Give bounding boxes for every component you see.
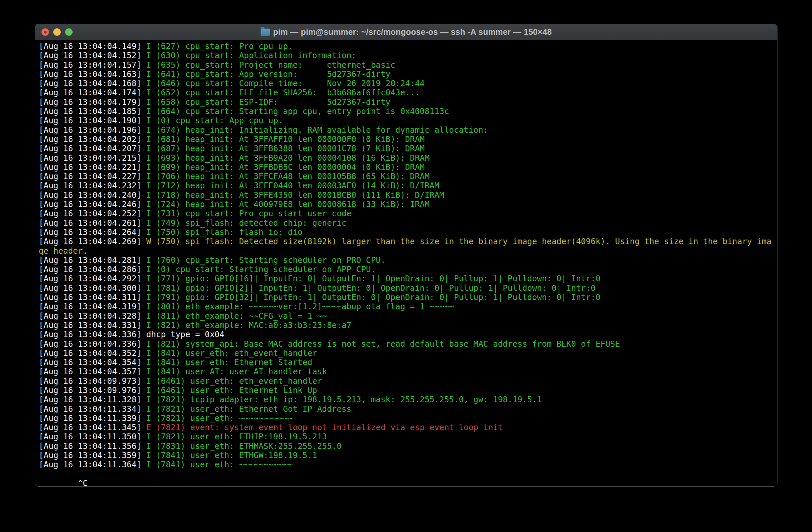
log-line: [Aug 16 13:04:04.202] I (681) heap_init:… (39, 135, 774, 144)
log-line: [Aug 16 13:04:04.336] dhcp_type = 0x04 (39, 330, 774, 339)
log-line: [Aug 16 13:04:04.168] I (646) cpu_start:… (39, 79, 774, 88)
interrupt-text: ^C (78, 478, 88, 487)
log-line: [Aug 16 13:04:04.190] I (0) cpu_start: A… (39, 116, 774, 125)
log-output: [Aug 16 13:04:04.149] I (627) cpu_start:… (39, 42, 777, 470)
log-line: [Aug 16 13:04:04.292] I (771) gpio: GPIO… (39, 274, 774, 283)
log-line: [Aug 16 13:04:04.281] I (760) cpu_start:… (39, 256, 774, 265)
log-line: [Aug 16 13:04:04.300] I (781) gpio: GPIO… (39, 284, 774, 293)
interrupt-line: ^C (39, 470, 774, 487)
log-line: [Aug 16 13:04:04.157] I (635) cpu_start:… (39, 60, 774, 70)
window-title: pim — pim@summer: ~/src/mongoose-os — ss… (261, 27, 552, 37)
log-line: [Aug 16 13:04:04.232] I (712) heap_init:… (39, 181, 774, 190)
log-line: [Aug 16 13:04:04.357] I (841) user_AT: u… (39, 367, 774, 376)
log-line: [Aug 16 13:04:04.240] I (718) heap_init:… (39, 191, 774, 200)
log-line: [Aug 16 13:04:04.328] I (811) eth_exampl… (39, 312, 774, 321)
log-line: [Aug 16 13:04:11.334] I (7821) user_eth:… (39, 404, 774, 414)
log-line: [Aug 16 13:04:11.345] E (7821) event: sy… (39, 423, 774, 432)
log-line: [Aug 16 13:04:04.179] I (658) cpu_start:… (39, 98, 774, 107)
window-controls (41, 24, 73, 40)
log-line: [Aug 16 13:04:04.264] I (750) spi_flash:… (39, 228, 774, 237)
log-line: [Aug 16 13:04:11.356] I (7831) user_eth:… (39, 442, 774, 451)
log-line: [Aug 16 13:04:04.163] I (641) cpu_start:… (39, 70, 774, 79)
log-line: [Aug 16 13:04:04.221] I (699) heap_init:… (39, 163, 774, 172)
window-titlebar[interactable]: pim — pim@summer: ~/src/mongoose-os — ss… (35, 24, 777, 40)
log-line: [Aug 16 13:04:04.311] I (791) gpio: GPIO… (39, 293, 774, 302)
log-line: [Aug 16 13:04:04.319] I (801) eth_exampl… (39, 302, 774, 311)
log-line: [Aug 16 13:04:04.269] W (750) spi_flash:… (39, 237, 774, 256)
folder-icon (261, 29, 270, 36)
log-line: [Aug 16 13:04:11.328] I (7821) tcpip_ada… (39, 395, 774, 404)
zoom-button[interactable] (65, 28, 73, 36)
log-line: [Aug 16 13:04:04.207] I (687) heap_init:… (39, 144, 774, 153)
log-line: [Aug 16 13:04:04.286] I (0) cpu_start: S… (39, 265, 774, 274)
minimize-button[interactable] (53, 28, 61, 36)
log-line: [Aug 16 13:04:04.252] I (731) cpu_start:… (39, 209, 774, 218)
log-line: [Aug 16 13:04:04.196] I (674) heap_init:… (39, 126, 774, 135)
log-line: [Aug 16 13:04:11.339] I (7821) user_eth:… (39, 414, 774, 423)
log-line: [Aug 16 13:04:04.331] I (821) eth_exampl… (39, 321, 774, 330)
log-line: [Aug 16 13:04:04.227] I (706) heap_init:… (39, 172, 774, 181)
log-line: [Aug 16 13:04:09.973] I (6461) user_eth:… (39, 377, 774, 386)
window-title-text: pim — pim@summer: ~/src/mongoose-os — ss… (273, 27, 552, 37)
log-line: [Aug 16 13:04:04.352] I (841) user_eth: … (39, 349, 774, 358)
log-line: [Aug 16 13:04:11.359] I (7841) user_eth:… (39, 451, 774, 460)
log-line: [Aug 16 13:04:04.215] I (693) heap_init:… (39, 154, 774, 163)
desktop-background: pim — pim@summer: ~/src/mongoose-os — ss… (0, 0, 812, 532)
log-line: [Aug 16 13:04:04.354] I (841) user_eth: … (39, 358, 774, 367)
log-line: [Aug 16 13:04:04.261] I (749) spi_flash:… (39, 218, 774, 228)
log-line: [Aug 16 13:04:09.976] I (6461) user_eth:… (39, 386, 774, 395)
log-line: [Aug 16 13:04:11.350] I (7821) user_eth:… (39, 432, 774, 441)
log-line: [Aug 16 13:04:04.185] I (664) cpu_start:… (39, 107, 774, 116)
log-line: [Aug 16 13:04:04.149] I (627) cpu_start:… (39, 42, 774, 51)
log-line: [Aug 16 13:04:04.174] I (652) cpu_start:… (39, 88, 774, 97)
log-line: [Aug 16 13:04:11.364] I (7841) user_eth:… (39, 460, 774, 469)
terminal-screen[interactable]: [Aug 16 13:04:04.149] I (627) cpu_start:… (35, 40, 777, 487)
close-button[interactable] (41, 28, 49, 36)
terminal-window: pim — pim@summer: ~/src/mongoose-os — ss… (35, 24, 778, 487)
log-line: [Aug 16 13:04:04.246] I (724) heap_init:… (39, 200, 774, 209)
log-line: [Aug 16 13:04:04.152] I (630) cpu_start:… (39, 51, 774, 60)
log-line: [Aug 16 13:04:04.336] I (821) system_api… (39, 340, 774, 349)
